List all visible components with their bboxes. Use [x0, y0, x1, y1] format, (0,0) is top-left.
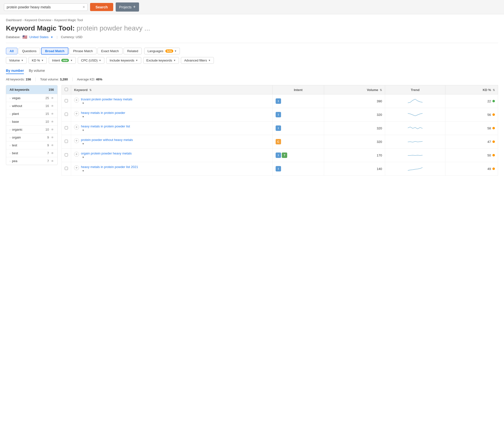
sidebar-item-base[interactable]: › base 10 👁	[6, 118, 57, 125]
eye-icon[interactable]: 👁	[51, 136, 54, 139]
sidebar-item-organic[interactable]: › organic 10 👁	[6, 125, 57, 133]
sidebar-item-count: 9	[47, 136, 49, 139]
intent-filter[interactable]: Intent new ▼	[49, 57, 76, 64]
clear-icon[interactable]: ×	[83, 5, 85, 9]
kd-sort-icon[interactable]: ⇅	[493, 89, 495, 92]
eye-icon[interactable]: 👁	[51, 152, 54, 155]
keyword-dropdown-icon[interactable]: ▼	[82, 129, 84, 132]
keyword-link[interactable]: protein powder without heavy metals	[81, 138, 133, 142]
sidebar-item-plant[interactable]: › plant 15 👁	[6, 110, 57, 118]
languages-button[interactable]: Languages beta ▼	[144, 48, 180, 54]
kd-cell: 22	[445, 94, 498, 108]
keyword-dropdown-icon[interactable]: ▼	[82, 169, 84, 172]
add-to-list-icon[interactable]: +	[74, 125, 79, 130]
kd-dot-icon	[492, 113, 495, 116]
tab-exact-match[interactable]: Exact Match	[97, 48, 123, 54]
include-keywords-filter[interactable]: Include keywords ▼	[106, 57, 141, 64]
eye-icon[interactable]: 👁	[51, 96, 54, 100]
sidebar: All keywords 156 › vegas 25 👁 › without	[6, 85, 58, 165]
exclude-keywords-label: Exclude keywords	[146, 59, 172, 62]
sidebar-item-test[interactable]: › test 9 👁	[6, 141, 57, 149]
eye-icon[interactable]: 👁	[51, 112, 54, 116]
keyword-link[interactable]: heavy metals in protein powder list 2021	[81, 165, 138, 169]
trend-cell	[385, 135, 445, 149]
tab-questions[interactable]: Questions	[18, 48, 40, 54]
keyword-link[interactable]: truvani protein powder heavy metals	[81, 97, 132, 101]
keywords-table: Keyword ⇅ Intent Volume ⇅ Trend KD % ⇅	[62, 85, 498, 176]
breadcrumb-sep-1: ›	[23, 18, 24, 22]
sidebar-item-pea[interactable]: › pea 7 👁	[6, 157, 57, 165]
kd-filter[interactable]: KD % ▼	[29, 57, 47, 64]
sidebar-item-without[interactable]: › without 16 👁	[6, 102, 57, 110]
sidebar-item-vegas[interactable]: › vegas 25 👁	[6, 94, 57, 102]
sidebar-item-label: test	[12, 143, 17, 147]
projects-button[interactable]: Projects +	[116, 2, 139, 12]
sidebar-item-best[interactable]: › best 7 👁	[6, 149, 57, 157]
table-row: + heavy metals in protein powder list ▼ …	[62, 122, 498, 135]
sidebar-item-label: base	[12, 120, 19, 123]
search-box: ×	[4, 3, 88, 11]
row-checkbox[interactable]	[65, 167, 68, 170]
eye-icon[interactable]: 👁	[51, 120, 54, 123]
database-row: Database: 🇺🇸 United States ▼ | Currency:…	[6, 35, 498, 43]
keyword-dropdown-icon[interactable]: ▼	[82, 156, 84, 159]
exclude-keywords-filter[interactable]: Exclude keywords ▼	[143, 57, 179, 64]
breadcrumb-keyword-overview[interactable]: Keyword Overview	[25, 18, 51, 22]
keyword-link[interactable]: orgain protein powder heavy metals	[81, 152, 132, 155]
eye-icon[interactable]: 👁	[51, 159, 54, 163]
advanced-filters[interactable]: Advanced filters ▼	[181, 57, 214, 64]
row-checkbox[interactable]	[65, 99, 68, 102]
kd-value: 56	[488, 113, 491, 117]
keyword-link[interactable]: heavy metals in protein powder list	[81, 124, 130, 128]
keyword-cell: + heavy metals in protein powder list ▼	[71, 122, 273, 135]
sidebar-item-orgain[interactable]: › orgain 9 👁	[6, 133, 57, 141]
intent-cell: I	[272, 162, 324, 176]
country-link[interactable]: United States	[29, 35, 48, 39]
sidebar-item-count: 7	[47, 151, 49, 155]
currency-label: Currency: USD	[61, 35, 82, 39]
eye-icon[interactable]: 👁	[51, 144, 54, 147]
eye-icon[interactable]: 👁	[51, 128, 54, 131]
add-to-list-icon[interactable]: +	[74, 138, 79, 143]
search-button[interactable]: Search	[90, 3, 113, 11]
filter-dropdowns: Volume ▼ KD % ▼ Intent new ▼ CPC (USD) ▼…	[6, 57, 498, 64]
chevron-right-icon: ›	[10, 128, 11, 131]
select-all-checkbox[interactable]	[65, 88, 68, 91]
cpc-filter[interactable]: CPC (USD) ▼	[78, 57, 104, 64]
projects-label: Projects	[119, 5, 132, 9]
sidebar-header: All keywords 156	[6, 85, 57, 94]
add-to-list-icon[interactable]: +	[74, 111, 79, 116]
breadcrumb-sep-2: ›	[52, 18, 53, 22]
keyword-dropdown-icon[interactable]: ▼	[82, 102, 84, 105]
add-to-list-icon[interactable]: +	[74, 98, 79, 103]
intent-cell: I T	[272, 149, 324, 162]
eye-icon[interactable]: 👁	[51, 104, 54, 108]
row-checkbox[interactable]	[65, 153, 68, 156]
sidebar-item-count: 7	[47, 159, 49, 163]
tab-broad-match[interactable]: Broad Match	[41, 47, 68, 55]
row-checkbox[interactable]	[65, 140, 68, 143]
add-to-list-icon[interactable]: +	[74, 165, 79, 170]
kd-dot-icon	[492, 168, 495, 170]
volume-sort-icon[interactable]: ⇅	[380, 89, 382, 92]
intent-cell: C	[272, 135, 324, 149]
row-checkbox[interactable]	[65, 113, 68, 116]
tab-related[interactable]: Related	[124, 48, 142, 54]
row-checkbox[interactable]	[65, 126, 68, 129]
breadcrumb-dashboard[interactable]: Dashboard	[6, 18, 22, 22]
keyword-dropdown-icon[interactable]: ▼	[82, 115, 84, 118]
tab-phrase-match[interactable]: Phrase Match	[69, 48, 96, 54]
kd-value: 49	[488, 167, 491, 171]
stat-total-volume: Total volume: 3,280	[40, 77, 73, 81]
keyword-sort-icon[interactable]: ⇅	[89, 89, 92, 92]
tab-all[interactable]: All	[6, 48, 17, 54]
keyword-link[interactable]: heavy metals in protein powder	[81, 111, 125, 115]
search-input[interactable]	[7, 5, 81, 9]
tab-by-number[interactable]: By number	[6, 69, 24, 74]
volume-filter[interactable]: Volume ▼	[6, 57, 27, 64]
volume-chevron-icon: ▼	[21, 59, 23, 62]
tab-by-volume[interactable]: By volume	[29, 69, 45, 74]
country-chevron-icon[interactable]: ▼	[50, 36, 53, 39]
add-to-list-icon[interactable]: +	[74, 152, 79, 157]
keyword-dropdown-icon[interactable]: ▼	[82, 142, 84, 145]
